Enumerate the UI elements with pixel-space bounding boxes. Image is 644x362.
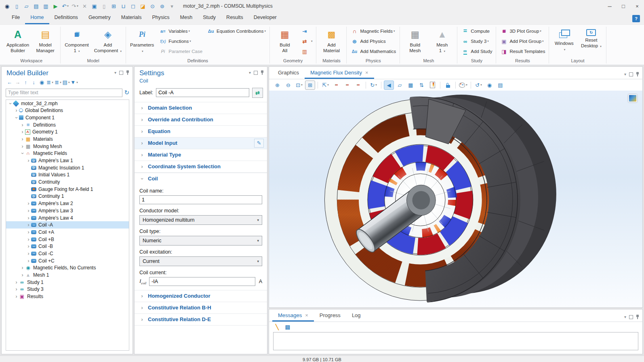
- zoom-in-icon[interactable]: ⊕: [272, 80, 282, 90]
- chevron-right-icon[interactable]: ›: [14, 294, 19, 299]
- section-equation[interactable]: ›Equation: [135, 125, 267, 137]
- tree-item-coil-c[interactable]: ›Coil +C: [6, 257, 129, 265]
- application-builder-button[interactable]: ApplicationBuilder: [4, 26, 32, 55]
- menu-tab-study[interactable]: Study: [198, 12, 221, 24]
- menu-tab-materials[interactable]: Materials: [116, 12, 147, 24]
- add-mathematics-button[interactable]: Add Mathematics: [348, 47, 398, 56]
- customize-toolbar-icon[interactable]: ▾: [167, 1, 177, 11]
- messages-tab-log[interactable]: Log: [346, 310, 366, 322]
- undo-icon[interactable]: ↶▾: [61, 1, 70, 11]
- tree-item-study-1[interactable]: ›Study 1: [6, 279, 129, 286]
- tree-item-coil-a[interactable]: ›Coil +A: [6, 229, 129, 236]
- view-yz-icon[interactable]: [342, 80, 352, 90]
- tree-item-amp-re-s-law-4[interactable]: ›Ampère's Law 4: [6, 214, 129, 222]
- default-view-icon[interactable]: ⇱▾: [320, 80, 330, 90]
- move-down-icon[interactable]: ↓: [30, 78, 38, 87]
- geo-import-button[interactable]: [299, 26, 315, 36]
- go-forward-icon[interactable]: →: [14, 78, 21, 87]
- zoom-extents-icon[interactable]: ⊞: [305, 80, 315, 90]
- variables-button[interactable]: Variables▾: [157, 26, 204, 36]
- menu-tab-definitions[interactable]: Definitions: [49, 12, 83, 24]
- section-override-and-contribution[interactable]: ›Override and Contribution: [135, 114, 267, 125]
- tree-item-magnetic-fields[interactable]: ›Magnetic Fields: [6, 150, 129, 157]
- axis-orientation-icon[interactable]: ⇅: [417, 80, 427, 90]
- chevron-right-icon[interactable]: ›: [14, 286, 19, 292]
- tree-item-global-definitions[interactable]: ›Global Definitions: [6, 107, 129, 114]
- chevron-right-icon[interactable]: ›: [20, 129, 25, 135]
- study-3-button[interactable]: Study 3▾: [459, 36, 494, 46]
- delete-icon[interactable]: ⊔: [119, 1, 128, 11]
- open-messages-window-icon[interactable]: ▤: [284, 323, 292, 330]
- menu-tab-home[interactable]: Home: [25, 12, 49, 24]
- messages-tab-progress[interactable]: Progress: [314, 310, 346, 322]
- show-icon[interactable]: ◉: [38, 78, 46, 87]
- tree-item-coil-c[interactable]: ›Coil -C: [6, 250, 129, 257]
- node-text-icon[interactable]: ▤▾: [62, 78, 70, 87]
- find-icon[interactable]: ⊙: [148, 1, 157, 11]
- messages-tab-messages[interactable]: Messages×: [272, 310, 314, 322]
- panel-pin-icon[interactable]: [636, 72, 639, 76]
- zoom-box-icon[interactable]: ⊡▾: [294, 80, 304, 90]
- component-1-button[interactable]: Component1 ▾: [62, 26, 91, 55]
- scene-light-icon[interactable]: ◀: [384, 80, 394, 90]
- lock-view-icon[interactable]: [443, 80, 453, 90]
- chevron-right-icon[interactable]: ›: [20, 136, 25, 142]
- add-study-button[interactable]: Add Study: [459, 47, 494, 56]
- chevron-right-icon[interactable]: ›: [26, 158, 31, 163]
- filter-icon[interactable]: ▼▾: [70, 78, 78, 87]
- result-templates-button[interactable]: Result Templates: [498, 47, 547, 56]
- snapshot-icon[interactable]: ◉: [484, 80, 495, 90]
- run-icon[interactable]: ▶: [51, 1, 60, 11]
- open-file-icon[interactable]: ▱: [22, 1, 31, 11]
- functions-button[interactable]: Functions▾: [157, 36, 204, 46]
- panel-menu-icon[interactable]: ▾: [624, 72, 626, 76]
- show-grid-icon[interactable]: ▦: [406, 80, 416, 90]
- graphics-canvas[interactable]: [269, 91, 642, 307]
- color-legend-icon[interactable]: [427, 80, 438, 90]
- clear-messages-icon[interactable]: ╲: [273, 323, 281, 330]
- windows-button[interactable]: Windows ▾: [551, 26, 577, 53]
- close-button[interactable]: ×: [630, 0, 644, 12]
- add-physics-button[interactable]: Add Physics: [348, 36, 398, 46]
- tree-item-results[interactable]: ›Results: [6, 293, 129, 300]
- messages-output[interactable]: [273, 332, 638, 350]
- add-component-button[interactable]: AddComponent ▾: [92, 26, 124, 55]
- edit-model-input-icon[interactable]: ✎: [254, 139, 264, 148]
- tree-item-amp-re-s-law-2[interactable]: ›Ampère's Law 2: [6, 200, 129, 207]
- view-xy-icon[interactable]: [331, 80, 341, 90]
- new-file-icon[interactable]: ▯: [12, 1, 21, 11]
- panel-float-icon[interactable]: [629, 315, 633, 319]
- tree-item-coil-b[interactable]: ›Coil +B: [6, 236, 129, 243]
- build-all-button[interactable]: BuildAll: [271, 26, 298, 55]
- tree-item-moving-mesh[interactable]: ›Moving Mesh: [6, 143, 129, 150]
- section-model-input[interactable]: ›Model Input✎: [135, 137, 267, 149]
- parameter-case-button[interactable]: Parameter Case: [157, 47, 204, 56]
- coil-type-select[interactable]: Numeric ▾: [139, 236, 262, 246]
- panel-menu-icon[interactable]: ▾: [624, 315, 626, 319]
- tree-item-continuity-1[interactable]: Continuity 1: [6, 193, 129, 200]
- zoom-to-selection-icon[interactable]: ⊚: [158, 1, 167, 11]
- tree-item-amp-re-s-law-1[interactable]: ›Ampère's Law 1: [6, 157, 129, 164]
- label-input[interactable]: [156, 88, 249, 97]
- panel-menu-icon[interactable]: ▾: [249, 71, 251, 75]
- cut-icon[interactable]: ✕: [80, 1, 89, 11]
- minimize-button[interactable]: ─: [603, 0, 617, 12]
- parameters-button[interactable]: Parameters ▾: [128, 26, 156, 55]
- chevron-right-icon[interactable]: ›: [26, 243, 31, 249]
- section-homogenized-conductor[interactable]: ›Homogenized Conductor: [135, 290, 267, 302]
- chevron-right-icon[interactable]: ›: [14, 108, 19, 113]
- chevron-right-icon[interactable]: ›: [26, 251, 31, 256]
- view-xz-icon[interactable]: [353, 80, 363, 90]
- label-edit-button[interactable]: ⇄: [252, 88, 263, 98]
- update-icon[interactable]: ↺▾: [474, 80, 484, 90]
- chevron-right-icon[interactable]: ›: [26, 215, 31, 221]
- save-icon[interactable]: ▤: [32, 1, 41, 11]
- section-material-type[interactable]: ›Material Type: [135, 149, 267, 161]
- chevron-right-icon[interactable]: ›: [26, 201, 31, 206]
- tree-item-magnetic-insulation-1[interactable]: Magnetic Insulation 1: [6, 164, 129, 171]
- close-tab-icon[interactable]: ×: [305, 312, 308, 318]
- compute-button[interactable]: Compute: [459, 26, 494, 36]
- tree-item-magnetic-fields-no-currents[interactable]: ›Magnetic Fields, No Currents: [6, 265, 129, 272]
- equation-contributions-button[interactable]: Equation Contributions▾: [205, 26, 268, 36]
- section-coordinate-system-selection[interactable]: ›Coordinate System Selection: [135, 161, 267, 173]
